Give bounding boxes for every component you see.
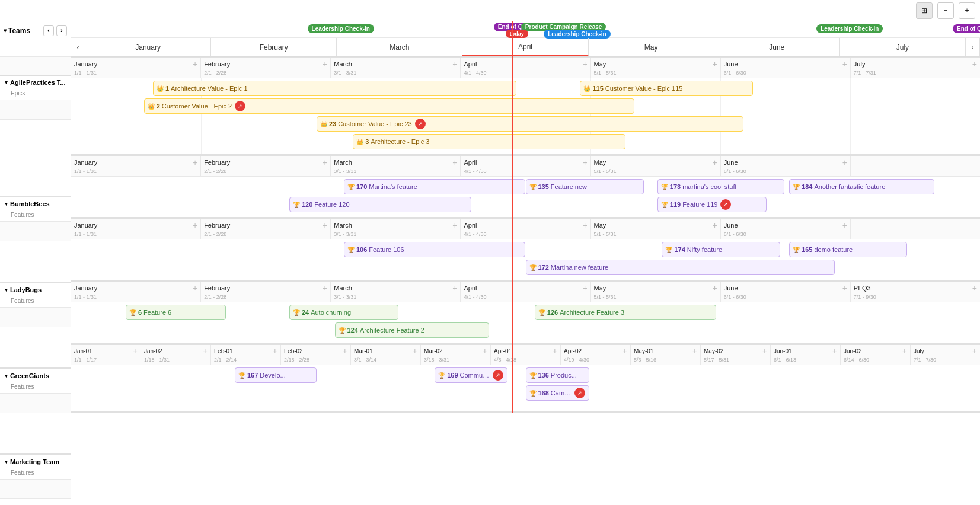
feature-135[interactable]: 🏆 135 Feature new: [526, 179, 644, 194]
month-february: February: [211, 38, 337, 56]
teams-label: Teams: [8, 27, 30, 35]
feature-136[interactable]: 🏆 136 Produc...: [526, 367, 589, 383]
month-january: January: [85, 38, 211, 56]
team-chevron-marketingteam: ▾: [5, 459, 8, 465]
sprint-add-jan-ap[interactable]: +: [193, 60, 197, 68]
feature-173[interactable]: 🏆 173 martina's cool stuff: [657, 179, 785, 194]
sprint-header-marketing: Jan-01+ 1/1 - 1/17 Jan-02+ 1/18 - 1/31 F…: [71, 345, 980, 365]
team-chevron-ladybugs: ▾: [5, 287, 8, 293]
team-type-marketingteam: Features: [0, 468, 71, 479]
team-name-greengiants[interactable]: ▾ GreenGiants: [0, 369, 71, 382]
milestone-lc2[interactable]: Leadership Check-in: [544, 30, 610, 39]
team-type-bumblebees: Features: [0, 210, 71, 221]
sprint-cell-jan-ap: January + 1/1 - 1/31: [71, 58, 201, 78]
team-name-agilepractices[interactable]: ▾ AgilePractices T...: [0, 76, 71, 89]
team-group-bumblebees: January+ 1/1 - 1/31 February+ 2/1 - 2/28…: [71, 155, 980, 218]
feature-165[interactable]: 🏆 165 demo feature: [789, 242, 907, 257]
feature-epic2[interactable]: 👑 2 Customer Value - Epic 2 ↗: [144, 98, 635, 114]
left-panel: ▾ Teams ‹ › ▾ AgilePractices T...: [0, 21, 71, 505]
feature-172[interactable]: 🏆 172 Martina new feature: [526, 260, 835, 275]
grid-view-button[interactable]: ⊞: [916, 2, 933, 19]
month-july: July: [840, 38, 966, 56]
team-name-ladybugs[interactable]: ▾ LadyBugs: [0, 283, 71, 296]
team-name-marketingteam[interactable]: ▾ Marketing Team: [0, 455, 71, 468]
month-nav-right[interactable]: ›: [966, 38, 980, 56]
feature-126[interactable]: 🏆 126 Architecture Feature 3: [535, 305, 717, 320]
feature-106[interactable]: 🏆 106 Feature 106: [344, 242, 526, 257]
crown-icon-epic115: 👑: [583, 85, 590, 92]
team-chevron-greengiants: ▾: [5, 373, 8, 379]
zoom-out-button[interactable]: －: [937, 2, 954, 19]
team-type-greengiants: Features: [0, 382, 71, 393]
month-april: April: [462, 38, 588, 56]
crown-icon-epic2: 👑: [148, 103, 155, 110]
team-chevron-agilepractices: ▾: [5, 79, 8, 85]
crown-icon-epic23: 👑: [320, 121, 327, 127]
team-type-agilepractices: Epics: [0, 89, 71, 100]
link-icon-169[interactable]: ↗: [493, 370, 503, 381]
feature-169[interactable]: 🏆 169 Communica... ↗: [435, 367, 507, 383]
team-ladybugs: ▾ LadyBugs Features: [0, 283, 71, 369]
team-group-marketing: Jan-01+ 1/1 - 1/17 Jan-02+ 1/18 - 1/31 F…: [71, 344, 980, 413]
feature-119[interactable]: 🏆 119 Feature 119 ↗: [657, 197, 767, 212]
month-nav-left[interactable]: ‹: [71, 38, 85, 56]
features-greengiants: 🏆 6 Feature 6 🏆 24 Auto churning 🏆 126: [71, 302, 980, 344]
teams-chevron: ▾: [4, 27, 7, 34]
right-panel: Leadership Check-in End of Quarter Produ…: [71, 21, 980, 505]
feature-184[interactable]: 🏆 184 Another fantastic feature: [789, 179, 934, 194]
sprint-cell-feb-ap: February + 2/1 - 2/28: [201, 58, 331, 78]
sprint-header-ladybugs: January+ 1/1 - 1/31 February+ 2/1 - 2/28…: [71, 219, 980, 239]
feature-170[interactable]: 🏆 170 Martina's feature: [344, 179, 526, 194]
team-group-agilepractices: January + 1/1 - 1/31 February + 2/1 - 2/…: [71, 57, 980, 155]
feature-167[interactable]: 🏆 167 Develo...: [235, 367, 317, 383]
sprint-header-bumblebees: January+ 1/1 - 1/31 February+ 2/1 - 2/28…: [71, 156, 980, 177]
sprint-dates-jan-ap: 1/1 - 1/31: [74, 70, 197, 76]
zoom-in-button[interactable]: ＋: [959, 2, 975, 19]
feature-epic115[interactable]: 👑 115 Customer Value - Epic 115: [580, 81, 752, 96]
team-greengiants: ▾ GreenGiants Features: [0, 369, 71, 455]
team-marketingteam: ▾ Marketing Team Features: [0, 455, 71, 505]
crown-icon-epic3: 👑: [356, 139, 363, 145]
feature-epic23[interactable]: 👑 23 Customer Value - Epic 23 ↗: [317, 116, 744, 132]
month-march: March: [337, 38, 462, 56]
feature-120[interactable]: 🏆 120 Feature 120: [289, 197, 471, 212]
team-bumblebees: ▾ BumbleBees Features: [0, 197, 71, 283]
nav-right-arrow[interactable]: ›: [56, 25, 67, 36]
milestone-lc1[interactable]: Leadership Check-in: [308, 24, 374, 33]
milestone-lc3[interactable]: Leadership Check-in: [816, 24, 883, 33]
sprint-name-jan-ap: January: [74, 60, 97, 68]
month-nav: ‹ January February March April May June …: [71, 38, 980, 57]
milestone-today[interactable]: today: [506, 30, 528, 38]
team-group-greengiants: January+ 1/1 - 1/31 February+ 2/1 - 2/28…: [71, 281, 980, 344]
feature-174[interactable]: 🏆 174 Nifty feature: [662, 242, 780, 257]
features-ladybugs: 🏆 106 Feature 106 🏆 174 Nifty feature 🏆 …: [71, 239, 980, 281]
milestone-eoc2[interactable]: End of Quarter: [953, 24, 980, 33]
link-icon-epic23[interactable]: ↗: [415, 119, 426, 129]
month-may: May: [589, 38, 714, 56]
toolbar: ⊞ － ＋: [0, 0, 980, 21]
team-group-ladybugs: January+ 1/1 - 1/31 February+ 2/1 - 2/28…: [71, 218, 980, 281]
feature-6[interactable]: 🏆 6 Feature 6: [126, 305, 226, 320]
milestone-strip: Leadership Check-in End of Quarter Produ…: [71, 21, 980, 38]
link-icon-119[interactable]: ↗: [720, 199, 731, 210]
team-agilepractices: ▾ AgilePractices T... Epics: [0, 76, 71, 197]
features-agilepractices: 👑 1 Architecture Value - Epic 1 👑 115 Cu…: [71, 78, 980, 155]
team-name-bumblebees[interactable]: ▾ BumbleBees: [0, 197, 71, 210]
link-icon-epic2[interactable]: ↗: [235, 101, 245, 111]
teams-header[interactable]: ▾ Teams ‹ ›: [0, 21, 71, 40]
feature-124[interactable]: 🏆 124 Architecture Feature 2: [335, 322, 490, 338]
features-bumblebees: 🏆 170 Martina's feature 🏆 135 Feature ne…: [71, 177, 980, 218]
app-page: ⊞ － ＋ ▾ Teams ‹ ›: [0, 0, 980, 505]
feature-168[interactable]: 🏆 168 Campa... ↗: [526, 385, 589, 401]
month-june: June: [714, 38, 840, 56]
content-area: ▾ Teams ‹ › ▾ AgilePractices T...: [0, 21, 980, 505]
feature-epic1[interactable]: 👑 1 Architecture Value - Epic 1: [153, 81, 516, 96]
sprint-header-greengiants: January+ 1/1 - 1/31 February+ 2/1 - 2/28…: [71, 282, 980, 302]
link-icon-168[interactable]: ↗: [574, 388, 585, 398]
feature-24[interactable]: 🏆 24 Auto churning: [289, 305, 398, 320]
feature-epic3[interactable]: 👑 3 Architecture - Epic 3: [353, 134, 625, 149]
team-chevron-bumblebees: ▾: [5, 201, 8, 207]
sprint-header-agilepractices: January + 1/1 - 1/31 February + 2/1 - 2/…: [71, 58, 980, 78]
nav-left-arrow[interactable]: ‹: [43, 25, 54, 36]
features-marketing: 🏆 167 Develo... 🏆 169 Communica... ↗ 🏆: [71, 365, 980, 413]
